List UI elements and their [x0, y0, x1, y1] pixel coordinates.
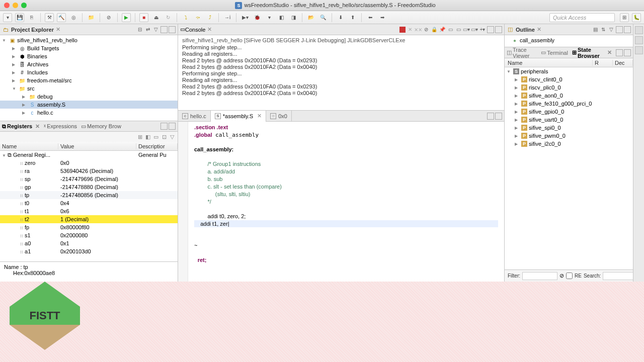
pin-console-icon[interactable]: 📌 [439, 26, 446, 33]
debug-menu-button[interactable]: 🐞 [253, 13, 262, 22]
state-root[interactable]: ▼Speripherals [505, 67, 633, 75]
close-tab-icon[interactable]: ✕ [257, 113, 262, 119]
register-row[interactable]: ⁞⁞ tp-2147480856 (Decimal) [0, 191, 178, 199]
outline-item[interactable]: ●call_assembly [506, 36, 632, 44]
tree-hello-file[interactable]: hello.c [37, 110, 53, 116]
editor-tab-hello[interactable]: chello.c [178, 111, 211, 122]
hammer-button[interactable]: 🔨 [57, 13, 66, 22]
open-console-icon[interactable]: ▭▾ [471, 26, 478, 33]
minimize-view-icon[interactable] [616, 26, 623, 33]
collapse-all-icon[interactable]: ⊟ [136, 26, 143, 33]
reg-tool-icon[interactable]: ⊞ [136, 133, 143, 140]
close-tab-icon[interactable]: ✕ [207, 26, 212, 33]
close-view-icon[interactable]: ✕ [56, 26, 60, 33]
minimize-editor-icon[interactable] [487, 113, 494, 120]
maximize-view-icon[interactable] [624, 26, 631, 33]
save-all-button[interactable]: ⎘ [27, 13, 36, 22]
tree-item[interactable]: Binaries [27, 53, 47, 59]
peripheral-row[interactable]: ▶Psifive_spi0_0 [505, 124, 633, 132]
col-r[interactable]: R [593, 60, 613, 66]
debug-perspective-button[interactable]: 🐛 [632, 13, 641, 22]
expressions-tab[interactable]: ᵡExpressions [44, 123, 77, 130]
back-button[interactable]: ⬅ [366, 13, 375, 22]
maximize-editor-icon[interactable] [495, 113, 502, 120]
re-checkbox[interactable] [566, 273, 573, 279]
minimize-view-icon[interactable] [487, 26, 494, 33]
view-menu-icon[interactable]: ▽ [152, 26, 159, 33]
register-group[interactable]: General Regi... [13, 152, 50, 158]
remove-launch-icon[interactable]: ✕ [407, 26, 414, 33]
restart-button[interactable]: ↻ [164, 13, 173, 22]
build-button[interactable]: ⚒ [45, 13, 54, 22]
terminate-button[interactable]: ■ [139, 13, 148, 22]
peripheral-row[interactable]: ▶Psifive_gpio0_0 [505, 108, 633, 116]
coverage-button[interactable]: ◨ [289, 13, 298, 22]
reg-tool-icon[interactable]: ◧ [144, 133, 151, 140]
terminate-console-button[interactable] [399, 27, 406, 33]
search-button[interactable]: 🔍 [318, 13, 328, 22]
display-console-icon[interactable]: ▭▾ [463, 26, 470, 33]
maximize-view-icon[interactable] [169, 123, 176, 130]
close-tab-icon[interactable]: ✕ [607, 49, 612, 56]
col-dec[interactable]: Dec [613, 60, 633, 66]
terminal-tab[interactable]: ▭Terminal [541, 49, 568, 56]
save-button[interactable]: 💾 [15, 13, 24, 22]
profile-button[interactable]: ◧ [277, 13, 286, 22]
tree-assembly-file[interactable]: assembly.S [37, 102, 65, 108]
register-row[interactable]: ⁞⁞ gp-2147478880 (Decimal) [0, 183, 178, 191]
forward-button[interactable]: ➡ [378, 13, 387, 22]
register-row[interactable]: ⁞⁞ zero0x0 [0, 159, 178, 167]
trace-viewer-tab[interactable]: ◫Trace Viewer [507, 47, 537, 59]
memory-tab[interactable]: ▭Memory Brow [81, 123, 121, 130]
minimize-view-icon[interactable] [616, 49, 623, 56]
step-over-button[interactable]: ⤼ [193, 13, 202, 22]
peripheral-row[interactable]: ▶Psifive_aon0_0 [505, 92, 633, 100]
instr-step-button[interactable]: →i [223, 13, 232, 22]
minimize-view-icon[interactable] [160, 123, 168, 130]
tree-item[interactable]: debug [37, 94, 53, 100]
peripheral-row[interactable]: ▶Priscv_clint0_0 [505, 75, 633, 83]
prev-annot-button[interactable]: ⬆ [348, 13, 357, 22]
filter-clear-icon[interactable]: ⊘ [559, 273, 564, 279]
step-into-button[interactable]: ⤵ [181, 13, 190, 22]
trim-button[interactable] [635, 36, 643, 44]
editor-tab-0x0[interactable]: ○0x0 [266, 111, 292, 122]
reg-tool-icon[interactable]: ▭ [152, 133, 159, 140]
reg-tool-icon[interactable]: ⊡ [160, 133, 168, 140]
filter-input[interactable] [522, 272, 557, 280]
col-name[interactable]: Name [505, 60, 593, 66]
peripheral-row[interactable]: ▶Psifive_pwm0_0 [505, 132, 633, 140]
register-row[interactable]: ⁞⁞ a10x200103d0 [0, 247, 178, 255]
open-type-button[interactable]: 📂 [306, 13, 315, 22]
trim-button[interactable] [635, 26, 643, 34]
reg-tool-icon[interactable]: ▽ [169, 133, 176, 140]
close-tab-icon[interactable]: ✕ [35, 123, 40, 130]
register-row[interactable]: ⁞⁞ sp-2147479696 (Decimal) [0, 175, 178, 183]
scroll-lock-icon[interactable]: 🔒 [431, 26, 438, 33]
perspective-button[interactable]: ⊞ [620, 13, 629, 22]
editor-tab-assembly[interactable]: S*assembly.S✕ [211, 111, 266, 122]
quick-access-input[interactable]: Quick Access [549, 13, 615, 22]
console-opt-icon[interactable]: ▭ [447, 26, 454, 33]
maximize-view-icon[interactable] [169, 26, 176, 33]
view-menu-icon[interactable]: ▽ [608, 26, 615, 33]
register-row[interactable]: ⁞⁞ ra536940426 (Decimal) [0, 167, 178, 175]
tree-src-folder[interactable]: src [27, 85, 35, 92]
registers-table[interactable]: Name Value Descriptior ▼ ⧉ General Regi.… [0, 142, 178, 261]
disconnect-button[interactable]: ⏏ [151, 13, 160, 22]
tree-item[interactable]: freedom-metal/src [27, 77, 72, 83]
minimize-window-button[interactable] [13, 3, 18, 8]
skip-button[interactable]: ⊘ [104, 13, 113, 22]
project-tree[interactable]: ▼▣sifive_hifive1_revb_hello ▶◎Build Targ… [0, 35, 178, 121]
register-row[interactable]: ⁞⁞ a00x1 [0, 239, 178, 247]
close-window-button[interactable] [4, 3, 10, 8]
remove-all-icon[interactable]: ⨯⨯ [415, 26, 422, 33]
col-value[interactable]: Value [58, 143, 136, 149]
col-desc[interactable]: Descriptior [136, 143, 178, 149]
link-editor-icon[interactable]: ⇄ [144, 26, 151, 33]
register-row[interactable]: ⁞⁞ s10x2000080 [0, 231, 178, 239]
run-menu-button[interactable]: ▶▾ [240, 13, 250, 22]
register-row[interactable]: ⁞⁞ t21 (Decimal) [0, 215, 178, 223]
target-button[interactable]: ◎ [69, 13, 78, 22]
peripheral-row[interactable]: ▶Priscv_plic0_0 [505, 83, 633, 92]
